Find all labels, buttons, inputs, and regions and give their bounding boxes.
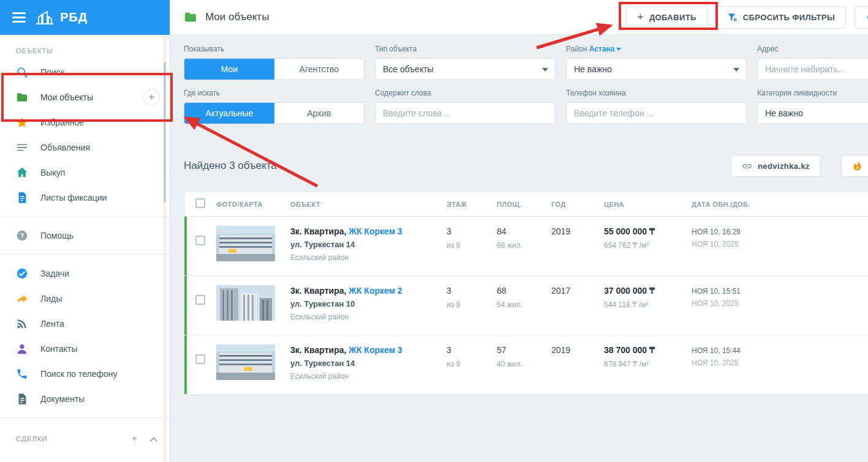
hot-only-button[interactable]: Тольк xyxy=(841,155,868,177)
add-button[interactable]: + ДОБАВИТЬ xyxy=(626,6,708,29)
sidebar-item-help[interactable]: ? Помощь xyxy=(0,223,170,248)
sidebar-item-tasks[interactable]: Задачи xyxy=(0,261,170,286)
chevron-down-icon[interactable] xyxy=(616,48,621,51)
keywords-input[interactable] xyxy=(375,102,556,124)
search-icon xyxy=(16,66,28,78)
toggle-option-archive[interactable]: Архив xyxy=(274,103,364,124)
house-icon xyxy=(16,166,28,179)
area-living: 68 жил. xyxy=(497,241,551,250)
filter-keywords: Содержит слова xyxy=(375,89,566,124)
object-street: ул. Туркестан 14 xyxy=(290,359,447,368)
table-row[interactable]: 3к. Квартира, ЖК Коркем 3 ул. Туркестан … xyxy=(184,217,868,276)
address-input[interactable] xyxy=(757,58,868,80)
add-object-quick-button[interactable]: + xyxy=(143,89,160,105)
brand-name: РБД xyxy=(60,10,88,24)
district-value: Не важно xyxy=(574,64,612,74)
filter-label: Адрес xyxy=(757,45,868,53)
filter-label: Телефон хозяина xyxy=(566,89,757,97)
select-all-checkbox[interactable] xyxy=(195,198,205,208)
sidebar-item-search[interactable]: Поиск xyxy=(0,59,170,84)
object-type-select[interactable]: Все объекты xyxy=(375,58,556,80)
floor-total: из 9 xyxy=(447,241,497,250)
object-title: 3к. Квартира, xyxy=(290,345,346,355)
deals-collapse-icon[interactable] xyxy=(150,433,157,444)
sidebar-scrollbar-thumb[interactable] xyxy=(164,62,166,203)
district-city-link[interactable]: Астана xyxy=(589,45,615,53)
documents-icon xyxy=(16,393,28,405)
table-row[interactable]: 3к. Квартира, ЖК Коркем 3 ул. Туркестан … xyxy=(184,335,868,395)
toggle-option-mine[interactable]: Мои xyxy=(184,59,274,80)
date-added: НОЯ 10, 2025 xyxy=(692,240,868,248)
sheet-icon xyxy=(16,192,28,204)
district-select[interactable]: Не важно xyxy=(566,58,747,80)
date-added: НОЯ 10, 2025 xyxy=(692,299,868,308)
star-icon xyxy=(16,116,28,129)
sidebar-item-my-objects[interactable]: Мои объекты + xyxy=(0,84,170,110)
page-title: Мои объекты xyxy=(205,11,269,23)
filter-icon xyxy=(727,12,738,23)
filter-object-type: Тип объекта Все объекты xyxy=(375,45,566,80)
list-icon xyxy=(16,141,28,154)
nedvizhka-button[interactable]: nedvizhka.kz xyxy=(731,155,821,177)
deals-add-button[interactable]: + xyxy=(132,433,138,444)
column-header-object: ОБЪЕКТ xyxy=(290,201,447,208)
chevron-down-icon xyxy=(733,68,739,72)
sidebar-item-favorites[interactable]: Избранное xyxy=(0,110,170,135)
complex-link[interactable]: ЖК Коркем 2 xyxy=(349,286,402,296)
sidebar-item-label: Лиды xyxy=(40,294,62,304)
hamburger-menu-icon[interactable] xyxy=(12,10,26,25)
sidebar-item-listings[interactable]: Объявления xyxy=(0,135,170,160)
row-checkbox[interactable] xyxy=(195,354,205,364)
object-title: 3к. Квартира, xyxy=(290,226,346,236)
sidebar-item-feed[interactable]: Лента xyxy=(0,311,170,336)
sidebar-item-label: Поиск xyxy=(40,67,64,77)
object-photo[interactable] xyxy=(216,226,275,261)
liquidity-select[interactable]: Не важно xyxy=(757,102,868,124)
filter-show: Показывать Мои Агентство xyxy=(184,45,375,80)
sidebar-item-label: Лента xyxy=(40,319,64,329)
object-photo[interactable] xyxy=(216,285,275,321)
floor-total: из 9 xyxy=(447,360,497,368)
sidebar: РБД ОБЪЕКТЫ Поиск Мои объекты + Избранно… xyxy=(0,0,170,462)
sidebar-item-label: Документы xyxy=(40,394,85,404)
row-checkbox[interactable] xyxy=(195,295,205,305)
toggle-option-actual[interactable]: Актуальные xyxy=(184,103,274,124)
filter-owner-phone: Телефон хозяина xyxy=(566,89,757,124)
complex-link[interactable]: ЖК Коркем 3 xyxy=(349,226,402,236)
sidebar-item-fixation-sheets[interactable]: Листы фиксации xyxy=(0,185,170,210)
refresh-button[interactable]: ОБ xyxy=(855,6,868,29)
sidebar-scrollbar[interactable] xyxy=(164,35,166,462)
sidebar-item-phone-search[interactable]: Поиск по телефону xyxy=(0,361,170,386)
reset-filters-button[interactable]: СБРОСИТЬ ФИЛЬТРЫ xyxy=(716,6,846,29)
sidebar-divider xyxy=(0,254,170,255)
sidebar-item-label: Мои объекты xyxy=(40,92,93,102)
sidebar-item-leads[interactable]: Лиды xyxy=(0,286,170,311)
price-value: 38 700 000 ₸ xyxy=(604,345,692,355)
table-row[interactable]: 3к. Квартира, ЖК Коркем 2 ул. Туркестан … xyxy=(184,276,868,335)
reset-filters-label: СБРОСИТЬ ФИЛЬТРЫ xyxy=(743,13,835,22)
page-title-group: Мои объекты xyxy=(184,11,269,23)
floor-value: 3 xyxy=(447,226,497,236)
sidebar-item-buyout[interactable]: Выкуп xyxy=(0,160,170,185)
complex-link[interactable]: ЖК Коркем 3 xyxy=(349,345,402,355)
area-value: 68 xyxy=(497,286,551,296)
filter-label: Категория ликвидности xyxy=(757,89,868,97)
district-label: Район xyxy=(566,45,587,53)
row-checkbox[interactable] xyxy=(195,236,205,245)
sidebar-divider xyxy=(0,417,170,418)
sidebar-item-label: Контакты xyxy=(40,344,77,354)
owner-phone-input[interactable] xyxy=(566,102,747,124)
sidebar-section-objects: ОБЪЕКТЫ xyxy=(0,35,170,59)
toggle-option-agency[interactable]: Агентство xyxy=(274,59,364,80)
nedvizhka-label: nedvizhka.kz xyxy=(758,162,810,171)
sidebar-item-contacts[interactable]: Контакты xyxy=(0,336,170,361)
filters-panel: Показывать Мои Агентство Тип объекта Все… xyxy=(170,35,868,139)
results-count: Найдено 3 объекта xyxy=(184,160,277,172)
sidebar-item-documents[interactable]: Документы xyxy=(0,386,170,411)
floor-total: из 9 xyxy=(447,300,497,309)
sidebar-section-deals[interactable]: СДЕЛКИ + xyxy=(0,424,170,453)
column-header-floor: ЭТАЖ xyxy=(447,201,497,208)
price-per-m2: 678 947 ₸ /м² xyxy=(604,360,692,368)
object-photo[interactable] xyxy=(216,345,275,380)
column-header-price: ЦЕНА xyxy=(604,201,692,208)
